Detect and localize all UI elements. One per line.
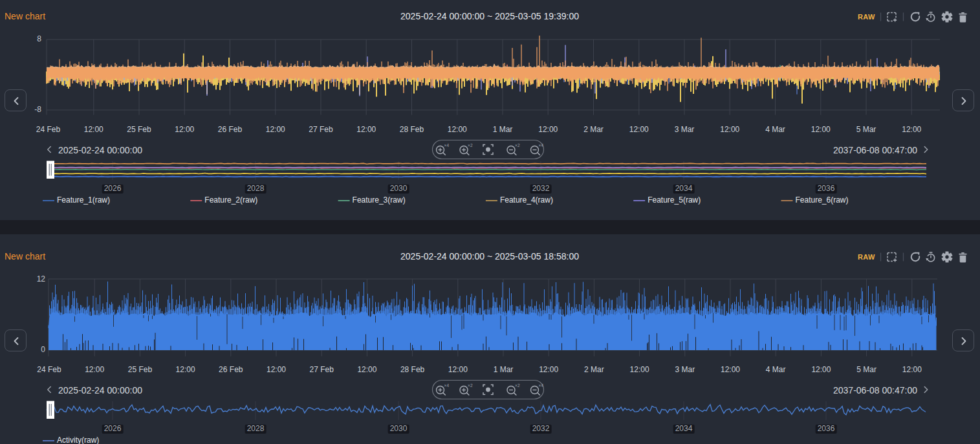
svg-text:×4: ×4 (444, 383, 450, 388)
svg-text:×4: ×4 (444, 143, 450, 148)
svg-text:×4: ×4 (539, 143, 544, 148)
svg-text:×2: ×2 (515, 383, 520, 388)
svg-text:×4: ×4 (539, 383, 544, 388)
svg-text:×2: ×2 (515, 143, 520, 148)
svg-text:×2: ×2 (468, 143, 473, 148)
svg-text:×2: ×2 (468, 383, 473, 388)
